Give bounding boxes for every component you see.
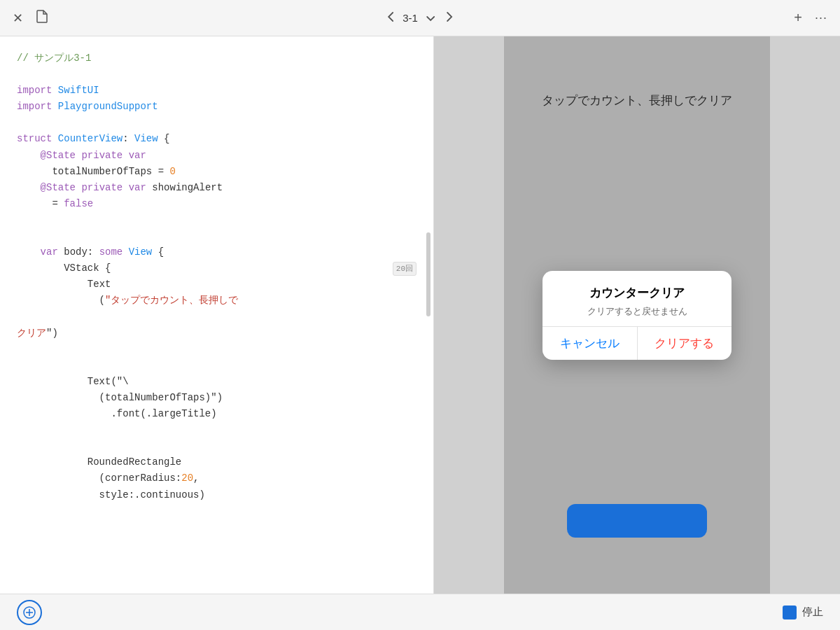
back-button[interactable]: [384, 10, 397, 26]
close-button[interactable]: ✕: [11, 9, 24, 27]
alert-message: クリアすると戻せません: [554, 305, 720, 318]
code-line: VStack { 20回: [17, 260, 416, 276]
stop-label: 停止: [802, 606, 823, 619]
code-line: [17, 422, 416, 438]
alert-box: カウンタークリア クリアすると戻せません キャンセル クリアする: [542, 271, 732, 360]
add-button[interactable]: +: [792, 8, 804, 27]
alert-cancel-button[interactable]: キャンセル: [542, 327, 638, 360]
code-line: [17, 228, 416, 244]
toolbar-right: + ···: [792, 8, 829, 27]
preview-action-button[interactable]: [567, 504, 707, 538]
ellipsis-icon: ···: [815, 10, 827, 25]
phone-content: タップでカウント、長押しでクリア カウンタークリア クリアすると戻せません キャ…: [504, 36, 770, 594]
code-line: style:.continuous): [17, 487, 416, 503]
code-line: [17, 358, 416, 374]
code-editor[interactable]: // サンプル3-1 import SwiftUI import Playgro…: [0, 36, 434, 594]
code-line: Text("\: [17, 374, 416, 390]
code-line: [17, 66, 416, 83]
run-button[interactable]: [17, 600, 42, 625]
code-line: totalNumberOfTaps = 0: [17, 164, 416, 180]
code-line: [17, 438, 416, 454]
alert-buttons: キャンセル クリアする: [542, 326, 732, 360]
stop-icon: [783, 606, 797, 620]
code-line: // サンプル3-1: [17, 50, 416, 66]
toolbar-left: ✕: [11, 8, 50, 28]
scrollbar-thumb[interactable]: [426, 232, 430, 316]
forward-button[interactable]: [443, 10, 456, 26]
line-badge: 20回: [393, 262, 416, 276]
file-icon: [36, 9, 48, 27]
code-line: .font(.largeTitle): [17, 406, 416, 422]
tab-name: 3-1: [402, 12, 418, 24]
code-line: [17, 342, 416, 358]
more-button[interactable]: ···: [813, 9, 829, 27]
code-line: = false: [17, 196, 416, 212]
code-line: Text: [17, 276, 416, 293]
bottom-bar-left: [17, 600, 42, 625]
alert-destructive-button[interactable]: クリアする: [638, 327, 732, 360]
file-button[interactable]: [34, 8, 50, 28]
toolbar-center: 3-1: [384, 10, 456, 26]
code-line: [17, 115, 416, 131]
code-line: [17, 309, 416, 326]
code-line: クリア"): [17, 326, 416, 342]
code-line: RoundedRectangle: [17, 454, 416, 470]
close-icon: ✕: [13, 10, 23, 26]
main-area: // サンプル3-1 import SwiftUI import Playgro…: [0, 36, 840, 594]
plus-icon: +: [794, 10, 802, 26]
code-line: [17, 212, 416, 228]
alert-content: カウンタークリア クリアすると戻せません: [542, 271, 732, 326]
phone-frame: タップでカウント、長押しでクリア カウンタークリア クリアすると戻せません キャ…: [504, 36, 770, 594]
chevron-down-button[interactable]: [424, 11, 438, 25]
bottom-bar-right: 停止: [783, 606, 823, 620]
preview-panel: タップでカウント、長押しでクリア カウンタークリア クリアすると戻せません キャ…: [434, 36, 840, 594]
code-line: import PlaygroundSupport: [17, 99, 416, 115]
toolbar: ✕ 3-1 + ···: [0, 0, 840, 36]
alert-title: カウンタークリア: [554, 285, 720, 301]
code-line: @State private var: [17, 148, 416, 164]
code-line: struct CounterView: View {: [17, 131, 416, 147]
code-line: import SwiftUI: [17, 83, 416, 99]
code-line: @State private var showingAlert: [17, 180, 416, 196]
code-line: (cornerRadius:20,: [17, 470, 416, 486]
code-line: (totalNumberOfTaps)"): [17, 390, 416, 406]
bottom-bar: 停止: [0, 594, 840, 630]
code-line: ("タップでカウント、長押しで: [17, 293, 416, 309]
code-line: var body: some View {: [17, 244, 416, 260]
